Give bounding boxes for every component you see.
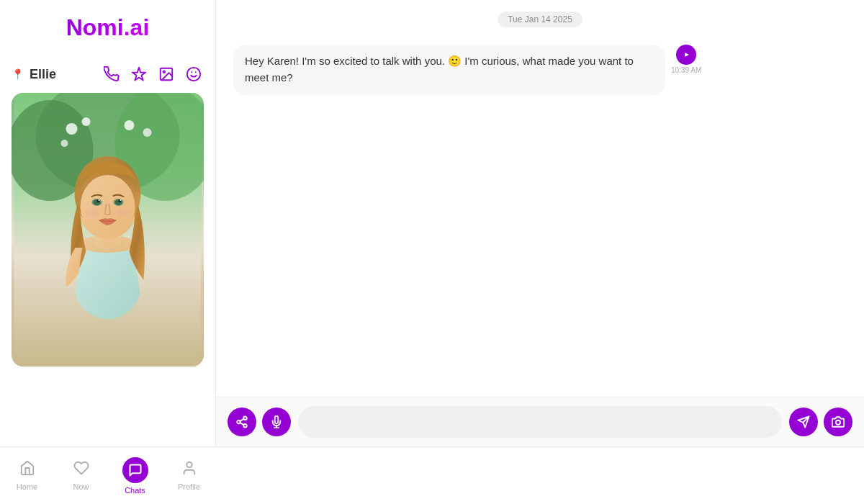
svg-point-9 bbox=[66, 123, 78, 135]
character-name-row: 📍 Ellie bbox=[12, 67, 56, 82]
chat-messages: Hey Karen! I'm so excited to talk with y… bbox=[216, 39, 864, 397]
home-icon bbox=[19, 460, 35, 480]
nav-item-home[interactable]: Home bbox=[0, 454, 54, 497]
nav-item-profile[interactable]: Profile bbox=[162, 454, 216, 497]
ai-avatar bbox=[676, 45, 696, 65]
logo-container: Nomi.ai bbox=[0, 0, 215, 55]
svg-point-2 bbox=[187, 68, 200, 81]
svg-point-18 bbox=[81, 175, 135, 238]
chats-label: Chats bbox=[125, 486, 145, 495]
input-right-buttons bbox=[789, 408, 852, 436]
character-section: 📍 Ellie bbox=[0, 55, 215, 375]
svg-point-13 bbox=[61, 140, 68, 147]
share-button[interactable] bbox=[228, 408, 256, 436]
svg-point-28 bbox=[117, 208, 131, 217]
camera-button[interactable] bbox=[824, 408, 852, 436]
input-left-buttons bbox=[228, 408, 291, 436]
svg-point-1 bbox=[163, 71, 165, 73]
svg-point-11 bbox=[125, 120, 135, 130]
call-icon[interactable] bbox=[102, 64, 122, 84]
message-row: Hey Karen! I'm so excited to talk with y… bbox=[233, 45, 847, 94]
emoji-icon[interactable] bbox=[184, 64, 204, 84]
now-label: Now bbox=[73, 482, 89, 491]
date-badge: Tue Jan 14 2025 bbox=[498, 12, 582, 27]
svg-point-27 bbox=[85, 208, 99, 217]
svg-point-10 bbox=[82, 117, 91, 126]
svg-line-35 bbox=[240, 419, 243, 421]
svg-point-26 bbox=[120, 199, 122, 201]
chat-date-header: Tue Jan 14 2025 bbox=[216, 0, 864, 39]
nav-items: Home Now Chats bbox=[0, 447, 216, 504]
svg-point-25 bbox=[99, 199, 100, 201]
svg-point-41 bbox=[186, 462, 192, 467]
character-image bbox=[12, 93, 204, 366]
character-header: 📍 Ellie bbox=[12, 64, 204, 84]
chat-icon-active bbox=[122, 457, 148, 483]
profile-icon bbox=[181, 460, 197, 480]
svg-point-12 bbox=[143, 128, 152, 137]
send-button[interactable] bbox=[789, 408, 818, 436]
character-name: Ellie bbox=[30, 67, 56, 82]
character-actions bbox=[102, 64, 204, 84]
message-time: 10:39 AM bbox=[671, 66, 701, 74]
svg-line-34 bbox=[240, 423, 243, 425]
image-icon[interactable] bbox=[156, 64, 176, 84]
svg-point-40 bbox=[836, 420, 840, 425]
mic-button[interactable] bbox=[262, 408, 291, 436]
nav-item-chats[interactable]: Chats bbox=[108, 451, 162, 500]
chat-text-input[interactable] bbox=[298, 406, 782, 438]
magic-icon[interactable] bbox=[129, 64, 149, 84]
sidebar: Nomi.ai 📍 Ellie bbox=[0, 0, 216, 446]
chat-area: Tue Jan 14 2025 Hey Karen! I'm so excite… bbox=[216, 0, 864, 446]
heart-icon bbox=[73, 460, 89, 480]
location-icon: 📍 bbox=[12, 68, 24, 80]
message-bubble: Hey Karen! I'm so excited to talk with y… bbox=[233, 45, 665, 94]
app-logo: Nomi.ai bbox=[66, 14, 150, 41]
profile-label: Profile bbox=[178, 482, 200, 491]
home-label: Home bbox=[17, 482, 37, 491]
message-text: Hey Karen! I'm so excited to talk with y… bbox=[245, 55, 634, 84]
message-time-block: 10:39 AM bbox=[671, 45, 701, 74]
bottom-nav: Home Now Chats bbox=[0, 446, 864, 504]
chat-input-area bbox=[216, 397, 864, 446]
nav-item-now[interactable]: Now bbox=[54, 454, 108, 497]
